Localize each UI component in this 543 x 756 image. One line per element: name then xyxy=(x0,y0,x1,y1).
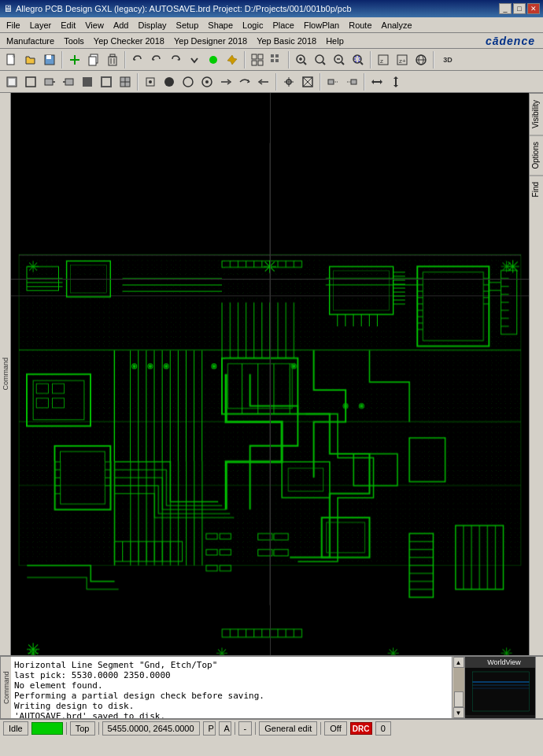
undo-button[interactable] xyxy=(129,51,146,69)
tb2-9-button[interactable] xyxy=(161,73,178,91)
tb2-5-button[interactable] xyxy=(79,73,96,91)
tb2-1-button[interactable] xyxy=(3,73,20,91)
menu-yep-basic[interactable]: Yep Basic 2018 xyxy=(252,35,321,47)
menu-tools[interactable]: Tools xyxy=(59,35,89,47)
tb2-10-button[interactable] xyxy=(179,73,197,91)
drc-status[interactable]: DRC xyxy=(350,722,372,735)
svg-point-180 xyxy=(213,365,216,367)
pcb-canvas-container[interactable] xyxy=(11,93,529,655)
off-label[interactable]: Off xyxy=(324,721,346,736)
menu-logic[interactable]: Logic xyxy=(238,19,268,32)
menu-edit[interactable]: Edit xyxy=(56,19,80,32)
tb2-8-button[interactable] xyxy=(142,73,159,91)
menu-analyze[interactable]: Analyze xyxy=(377,19,417,32)
svg-point-12 xyxy=(209,56,217,64)
menu-add[interactable]: Add xyxy=(109,19,134,32)
svg-point-184 xyxy=(345,405,347,407)
close-button[interactable]: ✕ xyxy=(527,3,540,14)
tb2-7-button[interactable] xyxy=(116,73,134,91)
counter-display: 0 xyxy=(375,721,391,736)
tb2-13-button[interactable] xyxy=(236,73,253,91)
svg-rect-43 xyxy=(45,79,53,85)
3d-button[interactable]: 3D xyxy=(438,51,458,69)
menu-layer[interactable]: Layer xyxy=(25,19,57,32)
zoom-world-button[interactable] xyxy=(412,51,430,69)
tb2-16-button[interactable] xyxy=(299,73,316,91)
grid1-button[interactable] xyxy=(249,51,266,69)
scroll-thumb[interactable] xyxy=(454,691,464,707)
coord-unit[interactable]: A xyxy=(219,721,231,736)
scroll-up-button[interactable]: ▲ xyxy=(453,657,464,668)
copy-button[interactable] xyxy=(85,51,102,69)
svg-rect-14 xyxy=(258,54,263,59)
menu-help[interactable]: Help xyxy=(321,35,349,47)
menu-shape[interactable]: Shape xyxy=(203,19,238,32)
save-button[interactable] xyxy=(41,51,58,69)
find-tab[interactable]: Find xyxy=(530,175,543,203)
visibility-tab[interactable]: Visibility xyxy=(530,93,543,135)
circle-button[interactable] xyxy=(205,51,222,69)
menu-yep-designer[interactable]: Yep Designer 2018 xyxy=(169,35,252,47)
menu-yep-checker[interactable]: Yep Checker 2018 xyxy=(89,35,169,47)
zoom-in-button[interactable] xyxy=(293,51,310,69)
tb2-19-button[interactable] xyxy=(368,73,386,91)
tb2-14-button[interactable] xyxy=(255,73,272,91)
tb2-18-button[interactable] xyxy=(343,73,360,91)
zoom-prev-button[interactable]: z xyxy=(375,51,392,69)
menu-display[interactable]: Display xyxy=(133,19,171,32)
svg-rect-2 xyxy=(46,55,51,59)
tb2-6-button[interactable] xyxy=(98,73,115,91)
app-icon: 🖥 xyxy=(3,3,13,14)
zoom-next-button[interactable]: z+ xyxy=(393,51,411,69)
console-output: Horizontal Line Segment "Gnd, Etch/Top" … xyxy=(11,657,452,718)
svg-point-186 xyxy=(360,405,363,407)
coord-mode[interactable]: P xyxy=(203,721,216,736)
right-panel: Visibility Options Find xyxy=(529,93,543,655)
menu-setup[interactable]: Setup xyxy=(172,19,204,32)
zoom-out-button[interactable] xyxy=(331,51,348,69)
svg-point-53 xyxy=(183,77,193,87)
svg-rect-15 xyxy=(252,61,257,65)
menu-place[interactable]: Place xyxy=(268,19,299,32)
tb2-2-button[interactable] xyxy=(22,73,39,91)
down-button[interactable] xyxy=(186,51,203,69)
menu-flowplan[interactable]: FlowPlan xyxy=(299,19,344,32)
undo2-button[interactable] xyxy=(148,51,165,69)
menu-file[interactable]: File xyxy=(2,19,25,32)
tb2-11-button[interactable] xyxy=(198,73,216,91)
tb2-4-button[interactable] xyxy=(60,73,77,91)
svg-point-52 xyxy=(164,77,174,87)
options-tab[interactable]: Options xyxy=(530,135,543,175)
pin-button[interactable] xyxy=(223,51,241,69)
console-scrollbar[interactable]: ▲ ▼ xyxy=(452,657,464,718)
menu-manufacture[interactable]: Manufacture xyxy=(2,35,59,47)
menu-view[interactable]: View xyxy=(80,19,109,32)
tb2-12-button[interactable] xyxy=(217,73,235,91)
redo-button[interactable] xyxy=(167,51,184,69)
worldview-view xyxy=(465,668,543,715)
grid2-button[interactable] xyxy=(268,51,285,69)
scroll-track[interactable] xyxy=(453,668,464,707)
zoom-fit-button[interactable] xyxy=(312,51,329,69)
sep5 xyxy=(370,51,371,69)
maximize-button[interactable]: □ xyxy=(513,3,526,14)
minimize-button[interactable]: _ xyxy=(499,3,512,14)
new-button[interactable] xyxy=(3,51,20,69)
tb2-17-button[interactable] xyxy=(324,73,342,91)
tb2-20-button[interactable] xyxy=(387,73,404,91)
svg-rect-9 xyxy=(110,54,115,57)
layer-display[interactable]: Top xyxy=(70,721,95,736)
open-button[interactable] xyxy=(22,51,39,69)
status-sep4 xyxy=(255,722,256,735)
delete-button[interactable] xyxy=(104,51,121,69)
menubar1: File Layer Edit View Add Display Setup S… xyxy=(0,17,543,33)
tb2-15-button[interactable] xyxy=(280,73,297,91)
scroll-down-button[interactable]: ▼ xyxy=(453,707,464,718)
zoom-area-button[interactable] xyxy=(349,51,367,69)
worldview-scrollbar[interactable] xyxy=(535,657,543,718)
cross-button[interactable] xyxy=(66,51,83,69)
separator-display: - xyxy=(238,721,253,736)
tb2-3-button[interactable] xyxy=(41,73,58,91)
menu-route[interactable]: Route xyxy=(344,19,376,32)
sep4 xyxy=(288,51,290,69)
